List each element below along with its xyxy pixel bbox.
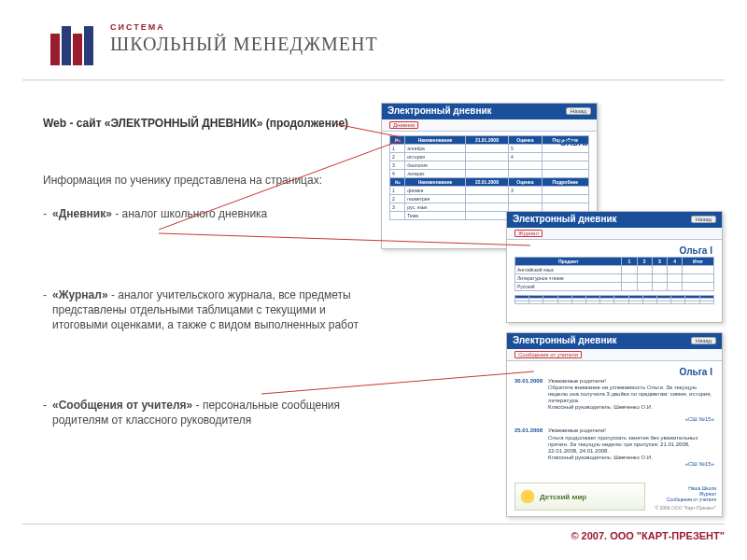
bullet-term: «Сообщения от учителя»	[52, 399, 192, 412]
table-row: 3рус. язык	[390, 203, 589, 211]
mini-tabs: Дневник	[382, 119, 597, 132]
mini-tabs: Журнал	[507, 228, 722, 240]
mini-body: Предмет 1 2 3 4 Итог Английский язык Лит…	[507, 253, 722, 310]
screenshot-messages: Электронный дневник Назад Сообщения от у…	[506, 332, 723, 517]
th: №	[390, 177, 405, 186]
footer-copyright: © 2007. ООО "КАРТ-ПРЕЗЕНТ"	[22, 524, 725, 541]
message-body: Уважаемые родители! Ольга продолжает про…	[548, 427, 714, 461]
table-row: 2история4	[390, 152, 589, 161]
mini-tabs: Сообщения от учителя	[507, 349, 722, 361]
th: 2	[637, 257, 652, 265]
th: Предмет	[515, 257, 622, 265]
bullet-messages: «Сообщения от учителя» - персональные со…	[43, 398, 379, 427]
tab-messages[interactable]: Сообщения от учителя	[514, 351, 582, 358]
th: Наименование	[405, 177, 465, 186]
ad-banner[interactable]: Детский мир	[514, 483, 645, 511]
svg-rect-0	[50, 34, 60, 65]
journal-grid	[514, 295, 714, 304]
tab-journal[interactable]: Журнал	[514, 230, 543, 237]
journal-table: Предмет 1 2 3 4 Итог Английский язык Лит…	[514, 257, 714, 291]
side-link[interactable]: Сообщения от учителя	[655, 497, 716, 502]
th: 21.01.2008	[465, 135, 508, 144]
back-button[interactable]: Назад	[691, 216, 716, 223]
mini-titlebar: Электронный дневник	[507, 212, 722, 228]
diary-table: № Наименование 21.01.2008 Оценка Подробн…	[389, 135, 589, 220]
screenshot-stack: Электронный дневник Назад Дневник Ольга …	[381, 103, 725, 517]
student-name: Ольга I	[680, 245, 712, 256]
th: Оценка	[509, 135, 543, 144]
bullet-desc: - аналог школьного дневника	[112, 207, 267, 220]
mini-titlebar: Электронный дневник	[382, 104, 597, 119]
th: Подробнее	[542, 177, 588, 186]
logo-icon	[49, 26, 99, 73]
table-row: 1физика3	[390, 186, 589, 194]
message-sign: «СШ №15»	[514, 416, 714, 422]
sun-icon	[519, 488, 536, 505]
table-row: 2геометрия	[390, 194, 589, 203]
table-row: Литературное чтение	[515, 273, 714, 282]
mini-body: 30.01.2008 Уважаемые родители! Обратите …	[507, 374, 722, 473]
tab-diary[interactable]: Дневник	[389, 121, 418, 129]
screenshot-journal: Электронный дневник Назад Журнал Ольга I…	[506, 211, 723, 323]
bullet-journal: «Журнал» - аналог учительского журнала, …	[43, 287, 379, 333]
slide-title: Web - сайт «ЭЛЕКТРОННЫЙ ДНЕВНИК» (продол…	[43, 116, 379, 131]
header-divider	[22, 79, 725, 81]
intro-text: Информация по ученику представлена на ст…	[43, 173, 379, 188]
bullet-list: «Дневник» - аналог школьного дневника «Ж…	[43, 206, 379, 427]
slide-header: СИСТЕМА ШКОЛЬНЫЙ МЕНЕДЖМЕНТ	[0, 0, 747, 64]
svg-rect-1	[62, 26, 71, 65]
th: 4	[668, 257, 683, 265]
mini-titlebar: Электронный дневник	[507, 333, 722, 349]
ad-text: Детский мир	[540, 493, 586, 501]
th: Итог	[683, 257, 714, 265]
table-row: Русский	[515, 282, 714, 290]
bullet-diary: «Дневник» - аналог школьного дневника	[43, 206, 379, 221]
table-row: 3биология	[390, 161, 589, 169]
back-button[interactable]: Назад	[691, 337, 716, 344]
svg-rect-3	[84, 26, 93, 65]
message-date: 30.01.2008	[514, 378, 543, 412]
table-row: Английский язык	[515, 265, 714, 273]
svg-rect-2	[73, 34, 82, 65]
message-sign: «СШ №15»	[514, 461, 714, 467]
side-links: Наша Школа Журнал Сообщения от учителя ©…	[655, 485, 716, 511]
th: Наименование	[405, 135, 465, 144]
brand-small: СИСТЕМА	[110, 22, 747, 32]
text-column: Web - сайт «ЭЛЕКТРОННЫЙ ДНЕВНИК» (продол…	[43, 116, 379, 428]
table-row	[515, 301, 714, 303]
message-date: 25.01.2008	[514, 427, 543, 461]
table-row: 4литерат.	[390, 169, 589, 177]
fineprint: © 2006 ООО "Карт-Презент"	[655, 505, 716, 511]
brand-title: ШКОЛЬНЫЙ МЕНЕДЖМЕНТ	[110, 34, 747, 55]
th: 22.01.2008	[465, 177, 508, 186]
back-button[interactable]: Назад	[566, 107, 591, 115]
message-body: Уважаемые родители! Обратите внимание на…	[548, 378, 714, 412]
bullet-term: «Журнал»	[52, 288, 108, 301]
bullet-term: «Дневник»	[52, 207, 112, 220]
th: Оценка	[509, 177, 543, 186]
student-name: Ольга I	[680, 367, 712, 377]
th: 3	[652, 257, 667, 265]
th: №	[390, 135, 405, 144]
student-name: Ольга	[559, 137, 587, 147]
th: 1	[622, 257, 637, 265]
